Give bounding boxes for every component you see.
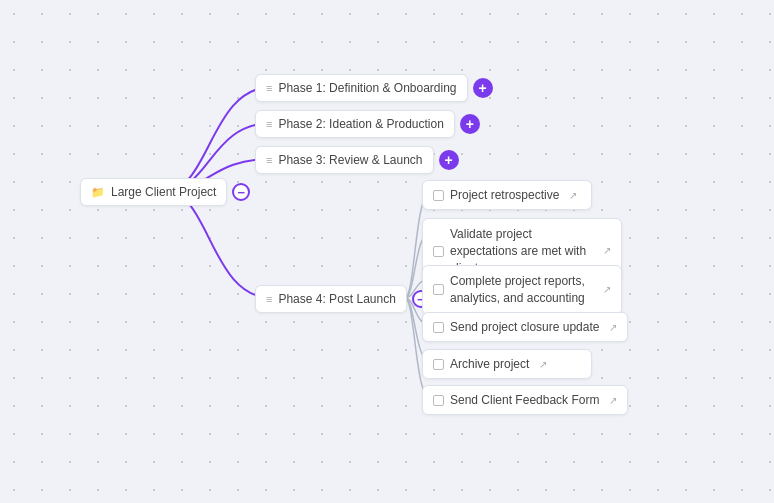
task5-node[interactable]: Archive project ↗ bbox=[422, 349, 592, 379]
phase1-add-button[interactable]: + bbox=[473, 78, 493, 98]
task5-box: Archive project ↗ bbox=[422, 349, 592, 379]
task1-expand-arrow: ↗ bbox=[569, 190, 577, 201]
task4-expand-arrow: ↗ bbox=[609, 322, 617, 333]
task1-box: Project retrospective ↗ bbox=[422, 180, 592, 210]
mindmap-container: 📁 Large Client Project − ≡ Phase 1: Defi… bbox=[0, 0, 774, 503]
phase2-label: Phase 2: Ideation & Production bbox=[278, 117, 443, 131]
root-expand-button[interactable]: − bbox=[232, 183, 250, 201]
phase4-node[interactable]: ≡ Phase 4: Post Launch − bbox=[255, 285, 430, 313]
phase3-box: ≡ Phase 3: Review & Launch bbox=[255, 146, 434, 174]
phase3-icon: ≡ bbox=[266, 154, 272, 166]
task5-expand-arrow: ↗ bbox=[539, 359, 547, 370]
phase2-node[interactable]: ≡ Phase 2: Ideation & Production + bbox=[255, 110, 480, 138]
task4-node[interactable]: Send project closure update ↗ bbox=[422, 312, 628, 342]
phase4-icon: ≡ bbox=[266, 293, 272, 305]
phase2-box: ≡ Phase 2: Ideation & Production bbox=[255, 110, 455, 138]
task2-expand-arrow: ↗ bbox=[603, 244, 611, 258]
phase1-icon: ≡ bbox=[266, 82, 272, 94]
task4-box: Send project closure update ↗ bbox=[422, 312, 628, 342]
task5-label: Archive project bbox=[450, 357, 529, 371]
task2-checkbox[interactable] bbox=[433, 246, 444, 257]
task5-checkbox[interactable] bbox=[433, 359, 444, 370]
task3-label: Complete project reports, analytics, and… bbox=[450, 273, 593, 307]
task4-checkbox[interactable] bbox=[433, 322, 444, 333]
phase1-node[interactable]: ≡ Phase 1: Definition & Onboarding + bbox=[255, 74, 493, 102]
task4-label: Send project closure update bbox=[450, 320, 599, 334]
task1-label: Project retrospective bbox=[450, 188, 559, 202]
task6-expand-arrow: ↗ bbox=[609, 395, 617, 406]
phase1-box: ≡ Phase 1: Definition & Onboarding bbox=[255, 74, 468, 102]
phase1-label: Phase 1: Definition & Onboarding bbox=[278, 81, 456, 95]
phase2-icon: ≡ bbox=[266, 118, 272, 130]
task6-node[interactable]: Send Client Feedback Form ↗ bbox=[422, 385, 628, 415]
task6-label: Send Client Feedback Form bbox=[450, 393, 599, 407]
phase4-box: ≡ Phase 4: Post Launch bbox=[255, 285, 407, 313]
phase3-label: Phase 3: Review & Launch bbox=[278, 153, 422, 167]
root-node-box: 📁 Large Client Project bbox=[80, 178, 227, 206]
phase4-label: Phase 4: Post Launch bbox=[278, 292, 395, 306]
task3-expand-arrow: ↗ bbox=[603, 283, 611, 297]
phase3-node[interactable]: ≡ Phase 3: Review & Launch + bbox=[255, 146, 459, 174]
root-node[interactable]: 📁 Large Client Project − bbox=[80, 178, 250, 206]
task1-checkbox[interactable] bbox=[433, 190, 444, 201]
task6-checkbox[interactable] bbox=[433, 395, 444, 406]
folder-icon: 📁 bbox=[91, 186, 105, 199]
phase3-add-button[interactable]: + bbox=[439, 150, 459, 170]
task1-node[interactable]: Project retrospective ↗ bbox=[422, 180, 592, 210]
task6-box: Send Client Feedback Form ↗ bbox=[422, 385, 628, 415]
task3-box: Complete project reports, analytics, and… bbox=[422, 265, 622, 315]
task3-node[interactable]: Complete project reports, analytics, and… bbox=[422, 265, 622, 315]
phase2-add-button[interactable]: + bbox=[460, 114, 480, 134]
root-label: Large Client Project bbox=[111, 185, 216, 199]
task3-checkbox[interactable] bbox=[433, 284, 444, 295]
